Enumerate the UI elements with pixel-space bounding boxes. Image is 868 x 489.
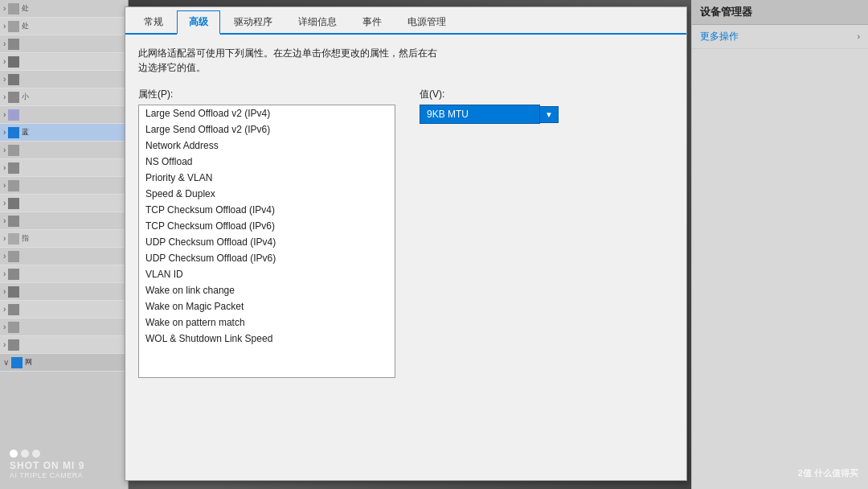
device-icon [8, 286, 19, 298]
sidebar-item-17[interactable]: › [0, 283, 128, 301]
dot-2 [21, 450, 29, 458]
list-item-udp-ipv6[interactable]: UDP Checksum Offload (IPv6) [139, 250, 395, 266]
list-item-wake-pattern[interactable]: Wake on pattern match [139, 314, 395, 331]
sidebar-item-20[interactable]: › [0, 336, 128, 354]
properties-section: 属性(P): Large Send Offload v2 (IPv4) Larg… [138, 88, 674, 378]
expand-arrow: › [3, 22, 6, 31]
expand-arrow: › [3, 181, 6, 190]
properties-dialog: 常规 高级 驱动程序 详细信息 事件 电源管理 此网络适配器可使用下列属性。在左… [125, 6, 687, 481]
sidebar-item-14[interactable]: › 指 [0, 230, 128, 248]
sidebar-label: 指 [22, 233, 29, 244]
dot-1 [10, 450, 18, 458]
sidebar-label: 处 [22, 3, 29, 14]
expand-arrow: › [3, 340, 6, 349]
list-item-wol-shutdown[interactable]: WOL & Shutdown Link Speed [139, 331, 395, 347]
sidebar-item-5[interactable]: › [0, 71, 128, 88]
list-item-lso-v6[interactable]: Large Send Offload v2 (IPv6) [139, 121, 395, 138]
sidebar-item-15[interactable]: › [0, 248, 128, 265]
sidebar-item-6[interactable]: › 小 [0, 88, 128, 106]
list-item-tcp-ipv6[interactable]: TCP Checksum Offload (IPv6) [139, 218, 395, 234]
properties-label: 属性(P): [138, 88, 395, 101]
watermark-right: 2值 什么值得买 [798, 467, 858, 479]
list-item-network-address[interactable]: Network Address [139, 138, 395, 154]
list-item-speed-duplex[interactable]: Speed & Duplex [139, 186, 395, 202]
value-dropdown-wrapper: 9KB MTU ▼ [420, 105, 596, 124]
list-item-wake-magic[interactable]: Wake on Magic Packet [139, 298, 395, 314]
dropdown-arrow-icon[interactable]: ▼ [540, 106, 559, 123]
list-item-tcp-ipv4[interactable]: TCP Checksum Offload (IPv4) [139, 202, 395, 218]
sidebar-item-10[interactable]: › [0, 159, 128, 177]
list-item-wake-link[interactable]: Wake on link change [139, 282, 395, 298]
right-panel-title: 设备管理器 [692, 0, 868, 25]
sidebar-item-selected[interactable]: › 蓝 [0, 124, 128, 142]
device-icon [11, 357, 23, 368]
device-icon [8, 56, 19, 68]
tab-general[interactable]: 常规 [132, 10, 175, 33]
sidebar-label: 网 [25, 357, 32, 368]
sidebar-item-9[interactable]: › [0, 142, 128, 159]
camera-sub: AI TRIPLE CAMERA [10, 471, 84, 479]
list-item-vlan-id[interactable]: VLAN ID [139, 266, 395, 282]
list-item-ns-offload[interactable]: NS Offload [139, 154, 395, 170]
device-icon [8, 216, 19, 227]
sidebar-item-1[interactable]: › 处 [0, 0, 128, 18]
camera-model: SHOT ON MI 9 [10, 460, 84, 471]
device-icon [8, 74, 19, 85]
expand-arrow: › [3, 234, 6, 243]
more-actions-button[interactable]: 更多操作 › [692, 25, 868, 49]
sidebar-item-16[interactable]: › [0, 265, 128, 283]
device-icon [8, 198, 19, 209]
device-icon [8, 3, 19, 14]
sidebar-label: 处 [22, 21, 29, 31]
dot-3 [32, 450, 40, 458]
value-dropdown[interactable]: 9KB MTU [420, 105, 540, 124]
camera-indicator [10, 450, 84, 458]
tab-advanced[interactable]: 高级 [177, 10, 220, 35]
device-icon [8, 92, 19, 103]
device-tree-sidebar: › 处 › 处 › › › › 小 › › 蓝 › › › [0, 0, 129, 489]
sidebar-label: 小 [22, 92, 29, 102]
tab-events[interactable]: 事件 [350, 10, 394, 33]
list-item-lso-v4[interactable]: Large Send Offload v2 (IPv4) [139, 105, 395, 121]
device-icon [8, 251, 19, 262]
sidebar-item-4[interactable]: › [0, 53, 128, 71]
expand-arrow: › [3, 199, 6, 208]
watermark-left: SHOT ON MI 9 AI TRIPLE CAMERA [10, 450, 84, 479]
sidebar-item-12[interactable]: › [0, 195, 128, 212]
expand-arrow: › [3, 216, 6, 225]
expand-arrow: › [3, 110, 6, 119]
value-label: 值(V): [420, 88, 596, 101]
list-item-udp-ipv4[interactable]: UDP Checksum Offload (IPv4) [139, 234, 395, 250]
property-list[interactable]: Large Send Offload v2 (IPv4) Large Send … [138, 105, 395, 378]
expand-arrow: › [3, 57, 6, 66]
expand-arrow: › [3, 128, 6, 137]
sidebar-item-3[interactable]: › [0, 35, 128, 53]
sidebar-item-2[interactable]: › 处 [0, 18, 128, 35]
desc-line1: 此网络适配器可使用下列属性。在左边单击你想更改的属性，然后在右 [138, 47, 437, 59]
sidebar-item-11[interactable]: › [0, 177, 128, 195]
tab-power[interactable]: 电源管理 [395, 10, 458, 33]
device-icon [8, 21, 19, 32]
expand-arrow: › [3, 305, 6, 314]
tab-driver[interactable]: 驱动程序 [222, 10, 285, 33]
device-icon [8, 145, 19, 156]
sidebar-item-7[interactable]: › [0, 106, 128, 124]
expand-arrow: › [3, 75, 6, 84]
sidebar-item-21[interactable]: ∨ 网 [0, 354, 128, 372]
sidebar-item-19[interactable]: › [0, 318, 128, 336]
dialog-content: 此网络适配器可使用下列属性。在左边单击你想更改的属性，然后在右 边选择它的值。 … [125, 35, 686, 389]
device-icon [8, 233, 19, 244]
device-icon [8, 162, 19, 174]
tab-details[interactable]: 详细信息 [286, 10, 349, 33]
expand-arrow: › [3, 287, 6, 296]
sidebar-item-18[interactable]: › [0, 301, 128, 318]
list-item-priority-vlan[interactable]: Priority & VLAN [139, 170, 395, 186]
desc-line2: 边选择它的值。 [138, 62, 206, 73]
device-icon [8, 304, 19, 315]
expand-arrow: › [3, 163, 6, 172]
expand-arrow: › [3, 146, 6, 154]
tabs-bar: 常规 高级 驱动程序 详细信息 事件 电源管理 [125, 7, 686, 35]
sidebar-item-13[interactable]: › [0, 212, 128, 230]
value-section: 值(V): 9KB MTU ▼ [420, 88, 596, 378]
expand-arrow: › [3, 4, 6, 13]
